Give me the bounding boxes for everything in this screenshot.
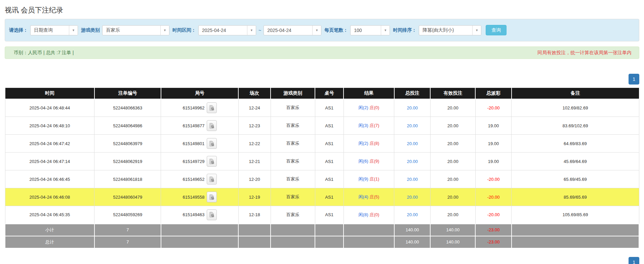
cell-game-type: 百家乐 bbox=[271, 188, 315, 206]
chevron-down-icon[interactable]: ▼ bbox=[247, 26, 256, 35]
chevron-down-icon[interactable]: ▼ bbox=[312, 26, 321, 35]
table-row: 2025-04-24 06:48:10522448064986615149877… bbox=[5, 117, 639, 135]
cell-time: 2025-04-24 06:48:44 bbox=[5, 99, 94, 117]
round-id-wrap: 615149962 bbox=[183, 102, 216, 113]
total-row-cell bbox=[161, 236, 238, 248]
chevron-down-icon[interactable]: ▼ bbox=[472, 26, 481, 35]
video-replay-button[interactable] bbox=[207, 174, 217, 185]
cell-total-bet: 20.00 bbox=[394, 170, 431, 188]
total-bet-link[interactable]: 20.00 bbox=[407, 212, 418, 217]
sort-select[interactable]: 降冪(由大到小) ▼ bbox=[419, 25, 481, 35]
cell-remark: 64.69/83.69 bbox=[512, 135, 639, 153]
cell-session: 12-22 bbox=[238, 135, 271, 153]
page-1-button[interactable]: 1 bbox=[629, 74, 639, 85]
pagination-bottom: 1 bbox=[5, 257, 639, 264]
cell-time: 2025-04-24 06:47:42 bbox=[5, 135, 94, 153]
video-replay-button[interactable] bbox=[207, 156, 217, 167]
game-type-value: 百家乐 bbox=[103, 26, 160, 35]
total-bet-link[interactable]: 20.00 bbox=[407, 177, 418, 182]
sort-label: 时间排序： bbox=[393, 27, 416, 33]
table-body: 2025-04-24 06:48:44522448066363615149962… bbox=[5, 99, 639, 248]
cell-round-id: 615149463 bbox=[161, 206, 238, 224]
cell-bet-id: 522448062919 bbox=[94, 153, 161, 170]
subtotal-row: 小计7140.00140.00-23.00 bbox=[5, 224, 639, 236]
column-header: 总派彩 bbox=[475, 88, 512, 99]
result-player: 闲(8) bbox=[359, 212, 368, 217]
filter-bar: 请选择： 日期查询 ▼ 游戏类别 百家乐 ▼ 时间区间： 2025-04-24 … bbox=[5, 19, 639, 41]
total-bet-link[interactable]: 20.00 bbox=[407, 141, 418, 146]
cell-table-no: AS1 bbox=[315, 117, 344, 135]
cell-bet-id: 522448064986 bbox=[94, 117, 161, 135]
cell-result: 闲(6)庄(9) bbox=[344, 153, 394, 170]
video-replay-button[interactable] bbox=[207, 120, 217, 131]
cell-remark: 85.69/65.69 bbox=[512, 188, 639, 206]
chevron-down-icon[interactable]: ▼ bbox=[160, 26, 169, 35]
result-banker: 庄(1) bbox=[370, 176, 379, 182]
cell-session: 12-24 bbox=[238, 99, 271, 117]
cell-remark: 105.69/85.69 bbox=[512, 206, 639, 224]
cell-time: 2025-04-24 06:46:08 bbox=[5, 188, 94, 206]
query-type-select[interactable]: 日期查询 ▼ bbox=[30, 25, 78, 35]
total-bet-link[interactable]: 20.00 bbox=[407, 105, 418, 110]
page-1-button[interactable]: 1 bbox=[629, 257, 639, 264]
total-row-cell: 7 bbox=[94, 236, 161, 248]
cell-total-bet: 20.00 bbox=[394, 153, 431, 170]
video-replay-button[interactable] bbox=[207, 192, 217, 202]
cell-valid-bet: 20.00 bbox=[430, 188, 475, 206]
cell-round-id: 615149558 bbox=[161, 188, 238, 206]
cell-bet-id: 522448061818 bbox=[94, 170, 161, 188]
total-row-cell bbox=[512, 236, 639, 248]
result-player: 闲(3) bbox=[359, 123, 368, 128]
cell-payout: 19.00 bbox=[475, 153, 512, 170]
page-title: 视讯 会员下注纪录 bbox=[5, 5, 639, 15]
cell-bet-id: 522448059269 bbox=[94, 206, 161, 224]
column-header: 结果 bbox=[344, 88, 394, 99]
cell-session: 12-18 bbox=[238, 206, 271, 224]
page-size-select[interactable]: 100 ▼ bbox=[350, 25, 390, 35]
subtotal-row-cell: 小计 bbox=[5, 224, 94, 236]
cell-game-type: 百家乐 bbox=[271, 135, 315, 153]
film-icon bbox=[209, 123, 214, 129]
cell-valid-bet: 20.00 bbox=[430, 170, 475, 188]
cell-table-no: AS1 bbox=[315, 99, 344, 117]
video-replay-button[interactable] bbox=[207, 138, 217, 149]
total-bet-link[interactable]: 20.00 bbox=[407, 159, 418, 164]
result-banker: 庄(0) bbox=[370, 105, 379, 110]
total-row-cell bbox=[271, 236, 315, 248]
chevron-down-icon[interactable]: ▼ bbox=[381, 26, 390, 35]
video-replay-button[interactable] bbox=[207, 209, 217, 220]
table-row: 2025-04-24 06:46:45522448061818615149652… bbox=[5, 170, 639, 188]
payout-value: 19.00 bbox=[488, 159, 499, 164]
column-header: 桌号 bbox=[315, 88, 344, 99]
film-icon bbox=[209, 212, 214, 218]
cell-bet-id: 522448060479 bbox=[94, 188, 161, 206]
subtotal-row-cell bbox=[161, 224, 238, 236]
column-header: 注单编号 bbox=[94, 88, 161, 99]
cell-total-bet: 20.00 bbox=[394, 188, 431, 206]
column-header: 备注 bbox=[512, 88, 639, 99]
chevron-down-icon[interactable]: ▼ bbox=[69, 26, 78, 35]
date-from-value: 2025-04-24 bbox=[199, 26, 247, 35]
summary-note: 同局有效投注，统一计算在该局第一张注单内 bbox=[537, 50, 632, 56]
video-replay-button[interactable] bbox=[207, 102, 217, 113]
date-to-input[interactable]: 2025-04-24 ▼ bbox=[264, 25, 321, 35]
game-type-label: 游戏类别 bbox=[81, 27, 100, 33]
date-from-input[interactable]: 2025-04-24 ▼ bbox=[198, 25, 256, 35]
subtotal-row-cell: -23.00 bbox=[475, 224, 512, 236]
cell-valid-bet: 20.00 bbox=[430, 117, 475, 135]
table-row: 2025-04-24 06:45:35522448059269615149463… bbox=[5, 206, 639, 224]
cell-table-no: AS1 bbox=[315, 153, 344, 170]
cell-game-type: 百家乐 bbox=[271, 153, 315, 170]
cell-remark: 45.69/64.69 bbox=[512, 153, 639, 170]
total-bet-link[interactable]: 20.00 bbox=[407, 195, 418, 200]
query-type-value: 日期查询 bbox=[31, 26, 69, 35]
cell-table-no: AS1 bbox=[315, 135, 344, 153]
cell-total-bet: 20.00 bbox=[394, 117, 431, 135]
search-button[interactable]: 查询 bbox=[486, 25, 507, 35]
round-id-wrap: 615149729 bbox=[183, 156, 216, 167]
cell-payout: 19.00 bbox=[475, 135, 512, 153]
cell-table-no: AS1 bbox=[315, 188, 344, 206]
cell-table-no: AS1 bbox=[315, 206, 344, 224]
total-bet-link[interactable]: 20.00 bbox=[407, 123, 418, 128]
game-type-select[interactable]: 百家乐 ▼ bbox=[102, 25, 169, 35]
